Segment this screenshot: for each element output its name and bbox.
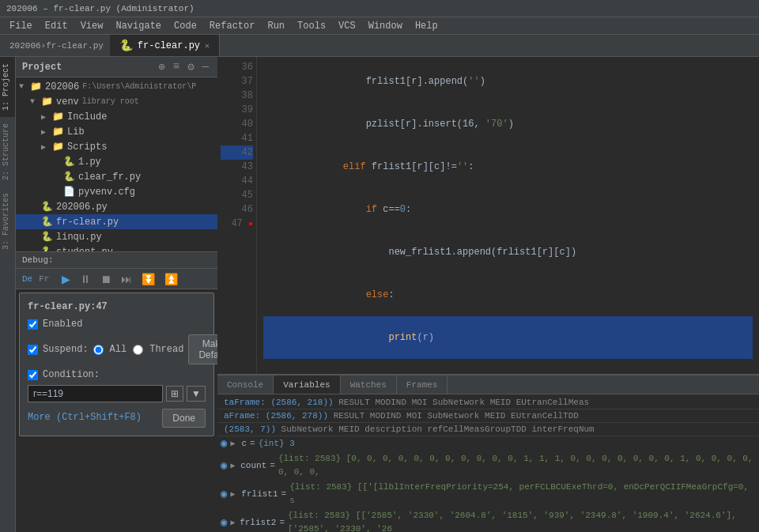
- tree-item-lib[interactable]: ▶ 📁 Lib: [16, 124, 217, 139]
- tree-arrow-202006: ▼: [19, 82, 30, 91]
- project-panel-header: Project ⊕ ≡ ⚙ —: [16, 57, 217, 77]
- tree-item-clearfrpy[interactable]: 🐍 clear_fr.py: [16, 169, 217, 184]
- debug-header: Debug:: [16, 252, 217, 269]
- var-val-count: {list: 2583} [0, 0, 0, 0, 0, 0, 0, 0, 0,…: [278, 452, 756, 479]
- vtab-project[interactable]: 1: Project: [0, 57, 15, 117]
- settings-icon[interactable]: ⚙: [185, 59, 196, 74]
- btab-variables[interactable]: Variables: [274, 375, 340, 394]
- breakpoint-dialog: fr-clear.py:47 Enabled Suspend: All: [19, 292, 214, 436]
- bp-done-btn[interactable]: Done: [162, 409, 206, 428]
- tree-item-include[interactable]: ▶ 📁 Include: [16, 109, 217, 124]
- vtab-structure[interactable]: 2: Structure: [0, 117, 15, 187]
- tree-item-scripts[interactable]: ▶ 📁 Scripts: [16, 139, 217, 154]
- code-text-area[interactable]: frlist1[r].append('') pzlist[r].insert(1…: [257, 57, 759, 374]
- var-row-count[interactable]: ◉ ▶ count = {list: 2583} [0, 0, 0, 0, 0,…: [217, 451, 759, 480]
- student-file-icon: 🐍: [41, 246, 53, 251]
- venv-folder-icon: 📁: [41, 96, 53, 108]
- tree-path: F:\Users\Administrator\P: [82, 82, 196, 91]
- bp-dialog-title: fr-clear.py:47: [28, 301, 206, 312]
- btab-watches[interactable]: Watches: [341, 375, 397, 394]
- tree-label-1py: 1.py: [78, 157, 101, 168]
- panel-icons: ⊕ ≡ ⚙ —: [156, 59, 211, 74]
- var-row-frlist1[interactable]: ◉ ▶ frlist1 = {list: 2583} [['[llblInter…: [217, 480, 759, 508]
- var-expand-frlist1: ▶: [230, 488, 241, 501]
- debug-tab-fr[interactable]: Fr: [39, 274, 49, 284]
- tree-item-202006[interactable]: ▼ 📁 202006 F:\Users\Administrator\P: [16, 79, 217, 94]
- bp-enabled-label: Enabled: [43, 319, 82, 330]
- tab-close-icon[interactable]: ✕: [205, 41, 210, 51]
- tree-item-202006py[interactable]: 🐍 202006.py: [16, 199, 217, 214]
- bp-all-radio[interactable]: [93, 345, 104, 355]
- btab-console[interactable]: Console: [217, 375, 274, 394]
- code-line-39: if c==0:: [263, 188, 753, 231]
- var-icon-frlist1: ◉: [221, 488, 227, 501]
- menu-tools[interactable]: Tools: [291, 19, 332, 33]
- menu-vcs[interactable]: VCS: [332, 19, 362, 33]
- main-layout: 1: Project 2: Structure 3: Favorites Pro…: [0, 57, 759, 532]
- menu-window[interactable]: Window: [362, 19, 409, 33]
- add-icon[interactable]: ⊕: [156, 59, 167, 74]
- code-lines-area: 36 37 38 39 40 41 42 43 44 45 46 47 ●: [217, 57, 759, 374]
- tree-item-pyvenv[interactable]: 📄 pyvenv.cfg: [16, 184, 217, 199]
- var-row-frlist2[interactable]: ◉ ▶ frlist2 = {list: 2583} [['2585', '23…: [217, 508, 759, 532]
- debug-step-over-btn[interactable]: ⏭: [118, 271, 135, 287]
- tree-item-frclearpy[interactable]: 🐍 fr-clear.py: [16, 214, 217, 229]
- tree-item-1py[interactable]: 🐍 1.py: [16, 154, 217, 169]
- vtab-favorites[interactable]: 3: Favorites: [0, 187, 15, 256]
- debug-tab-de[interactable]: De: [22, 274, 32, 284]
- bp-enabled-checkbox[interactable]: [28, 319, 38, 330]
- tree-item-studentpy[interactable]: 🐍 student.py: [16, 244, 217, 251]
- line-num-40: 40: [221, 117, 253, 131]
- debug-stop-btn[interactable]: ⏹: [97, 271, 115, 287]
- var-val-c: {int} 3: [259, 437, 295, 451]
- bp-condition-label: Condition:: [43, 369, 100, 380]
- vertical-tabs: 1: Project 2: Structure 3: Favorites: [0, 57, 16, 532]
- bp-dropdown-btn[interactable]: ▼: [187, 386, 206, 402]
- debug-step-out-btn[interactable]: ⏫: [161, 271, 181, 287]
- tree-item-venv[interactable]: ▼ 📁 venv library root: [16, 94, 217, 109]
- line-num-41: 41: [221, 131, 253, 145]
- bp-thread-radio[interactable]: [133, 345, 143, 355]
- menu-code[interactable]: Code: [168, 19, 203, 33]
- bp-suspend-checkbox[interactable]: [28, 345, 38, 355]
- tree-arrow-scripts: ▶: [41, 142, 52, 152]
- collapse-icon[interactable]: ≡: [171, 59, 182, 74]
- btab-frames[interactable]: Frames: [397, 375, 448, 394]
- minimize-icon[interactable]: —: [200, 59, 211, 74]
- line-num-45: 45: [221, 188, 253, 202]
- left-panel: Project ⊕ ≡ ⚙ — ▼ 📁 202006 F:\Users\Admi…: [16, 57, 217, 532]
- tree-label-include: Include: [67, 111, 107, 123]
- tree-item-linqupy[interactable]: 🐍 linqu.py: [16, 229, 217, 244]
- menu-view[interactable]: View: [74, 19, 110, 33]
- bp-button-row: More (Ctrl+Shift+F8) Done: [28, 409, 206, 428]
- bp-condition-input[interactable]: [28, 385, 163, 402]
- tree-label-library: library root: [82, 97, 139, 106]
- console-line-2: aFrame: (2586, 278)) RESULT MODIND MOI S…: [217, 409, 759, 423]
- code-line-38: elif frlist1[r][c]!='':: [263, 145, 753, 188]
- tab-bar: 202006 › fr-clear.py 🐍 fr-clear.py ✕: [0, 35, 759, 57]
- bp-condition-checkbox[interactable]: [28, 370, 38, 380]
- var-row-c[interactable]: ◉ ▶ c = {int} 3: [217, 436, 759, 451]
- menu-edit[interactable]: Edit: [39, 19, 74, 33]
- breakpoint-marker: ●: [248, 220, 253, 228]
- var-name-c: c: [241, 437, 247, 451]
- bp-expand-btn[interactable]: ⊞: [166, 386, 183, 402]
- line-num-46: 46: [221, 202, 253, 217]
- debug-step-into-btn[interactable]: ⏬: [138, 271, 158, 287]
- var-name-count: count: [240, 459, 266, 473]
- menu-refactor[interactable]: Refactor: [203, 19, 262, 33]
- menu-run[interactable]: Run: [261, 19, 291, 33]
- debug-resume-btn[interactable]: ▶: [59, 271, 74, 287]
- bp-more-link[interactable]: More (Ctrl+Shift+F8): [28, 409, 142, 428]
- tree-label-lib: Lib: [67, 126, 85, 138]
- menu-help[interactable]: Help: [409, 19, 444, 33]
- project-panel-title: Project: [22, 62, 156, 73]
- debug-pause-btn[interactable]: ⏸: [77, 271, 94, 287]
- clearfr-file-icon: 🐍: [63, 171, 75, 183]
- menu-navigate[interactable]: Navigate: [109, 19, 168, 33]
- bp-all-label: All: [110, 344, 127, 355]
- var-val-frlist2: {list: 2583} [['2585', '2330', '2604.8',…: [288, 509, 756, 532]
- menu-file[interactable]: File: [3, 19, 39, 33]
- tab-fr-clear[interactable]: 🐍 fr-clear.py ✕: [110, 35, 220, 56]
- line-num-42: 42: [221, 145, 253, 160]
